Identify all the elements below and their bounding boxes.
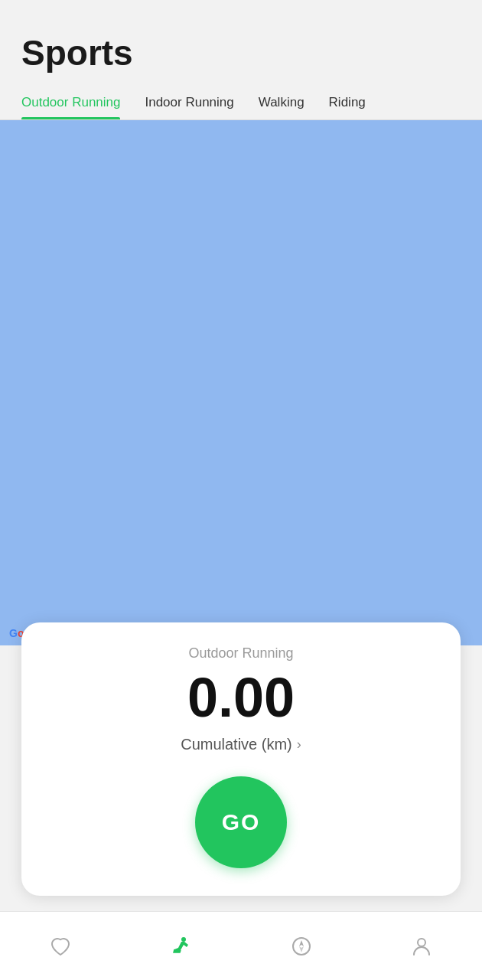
card-unit-label: Cumulative (km) — [181, 736, 292, 753]
profile-icon — [409, 934, 434, 959]
content-area: Google Outdoor Running 0.00 Cumulative (… — [0, 120, 482, 911]
svg-point-4 — [418, 939, 425, 946]
compass-icon — [289, 934, 314, 959]
nav-item-sports[interactable] — [150, 923, 211, 969]
chevron-right-icon: › — [297, 737, 301, 753]
card-distance-value: 0.00 — [187, 668, 295, 728]
bottom-navigation — [0, 911, 482, 980]
svg-marker-2 — [299, 940, 304, 946]
page-title: Sports — [21, 32, 461, 74]
card-activity-label: Outdoor Running — [188, 645, 293, 662]
header: Sports — [0, 0, 482, 87]
nav-item-profile[interactable] — [391, 923, 452, 969]
go-button[interactable]: GO — [195, 776, 287, 868]
svg-marker-3 — [299, 946, 304, 952]
svg-point-0 — [181, 937, 186, 942]
tab-walking[interactable]: Walking — [246, 87, 317, 119]
nav-item-discover[interactable] — [271, 923, 332, 969]
tab-bar: Outdoor Running Indoor Running Walking R… — [0, 87, 482, 120]
activity-card-wrapper: Outdoor Running 0.00 Cumulative (km) › G… — [0, 622, 482, 911]
running-icon — [168, 934, 193, 959]
card-unit-row[interactable]: Cumulative (km) › — [181, 736, 301, 753]
tab-riding[interactable]: Riding — [317, 87, 378, 119]
tab-outdoor-running[interactable]: Outdoor Running — [9, 87, 132, 119]
tab-indoor-running[interactable]: Indoor Running — [132, 87, 246, 119]
map-view[interactable]: Google — [0, 120, 482, 645]
heart-icon — [48, 934, 73, 959]
activity-card: Outdoor Running 0.00 Cumulative (km) › G… — [21, 622, 461, 896]
nav-item-health[interactable] — [30, 923, 91, 969]
